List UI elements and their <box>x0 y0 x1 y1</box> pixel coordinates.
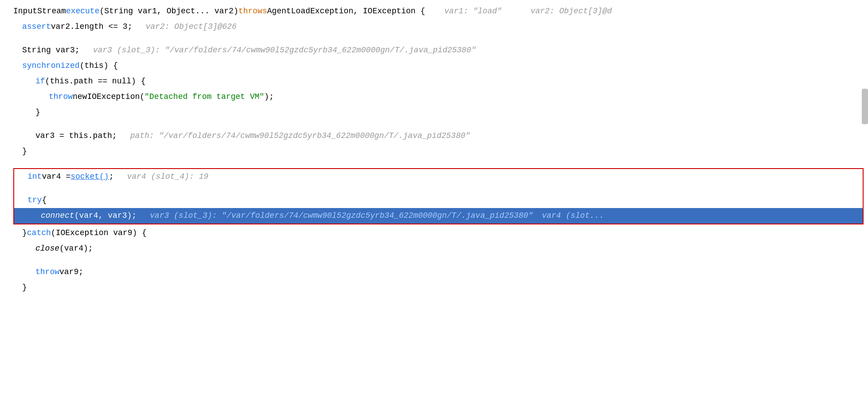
synchronized-code: (this) { <box>80 59 118 72</box>
method-name: execute <box>66 5 100 18</box>
connect-method: connect <box>41 209 74 222</box>
line-throw-var9: throw var9; <box>9 264 868 280</box>
line-close-if: } <box>9 105 868 120</box>
var3-assign-hint: path: "/var/folders/74/cwmw90l52gzdc5yrb… <box>130 130 470 142</box>
spacer-5 <box>9 256 868 264</box>
var3-hint: var3 (slot_3): "/var/folders/74/cwmw90l5… <box>93 44 476 57</box>
spacer-1 <box>9 35 868 43</box>
if-code: (this.path == null) { <box>45 75 146 88</box>
var3-assign-code: var3 = this.path; <box>35 130 117 142</box>
spacer-2 <box>9 120 868 128</box>
line-var3-assign: var3 = this.path; path: "/var/folders/74… <box>9 128 868 144</box>
close-method: close <box>35 242 59 255</box>
connect-hint1: var3 (slot_3): "/var/folders/74/cwmw90l5… <box>150 209 533 222</box>
catch-code: (IOException var9) { <box>51 227 147 240</box>
new-kw: new <box>73 90 87 103</box>
exception-close: ); <box>264 90 274 103</box>
line-header: InputStream execute (String var1, Object… <box>9 4 868 19</box>
catch-close-brace: } <box>22 227 27 240</box>
exception-string: "Detached from target VM" <box>145 90 264 103</box>
string-type: String var3; <box>22 44 80 57</box>
close-if-brace: } <box>35 106 40 119</box>
code-content: InputStream execute (String var1, Object… <box>0 0 868 299</box>
spacer-3 <box>9 159 868 167</box>
var4-hint: var4 (slot_4): 19 <box>127 170 208 183</box>
exception-class: IOException( <box>87 90 145 103</box>
line-close-var4: close (var4); <box>9 241 868 256</box>
close-code: (var4); <box>59 242 93 255</box>
throw-kw: throw <box>49 90 73 103</box>
line-close-sync: } <box>9 144 868 159</box>
assert-code: var2.length <= 3; <box>51 20 133 33</box>
spacer-4 <box>14 185 863 193</box>
assert-kw: assert <box>22 20 51 33</box>
var4-code2: ; <box>109 170 114 183</box>
scrollbar[interactable] <box>862 89 868 124</box>
throw-var9-kw: throw <box>35 266 59 279</box>
close-sync-brace: } <box>22 145 27 158</box>
return-type: InputStream <box>13 5 66 18</box>
throws-kw: throws <box>239 5 267 18</box>
var4-code1: var4 = <box>42 170 70 183</box>
connect-hint2: var4 (slot... <box>542 209 604 222</box>
exceptions: AgentLoadException, IOException { <box>267 5 425 18</box>
line-synchronized: synchronized (this) { <box>9 58 868 74</box>
line-assert: assert var2.length <= 3; var2: Object[3]… <box>9 19 868 35</box>
line-string-var3: String var3; var3 (slot_3): "/var/folder… <box>9 43 868 58</box>
line-if: if (this.path == null) { <box>9 74 868 89</box>
catch-kw: catch <box>27 227 51 240</box>
close-catch-brace: } <box>22 281 27 294</box>
params: (String var1, Object... var2) <box>99 5 238 18</box>
throw-var9-code: var9; <box>59 266 83 279</box>
int-kw: int <box>27 170 42 183</box>
connect-code: (var4, var3); <box>74 209 137 222</box>
code-container: InputStream execute (String var1, Object… <box>0 0 868 393</box>
socket-link[interactable]: socket() <box>70 170 109 183</box>
line-close-catch: } <box>9 280 868 295</box>
line-throw-new: throw new IOException( "Detached from ta… <box>9 89 868 105</box>
line-connect: connect (var4, var3); var3 (slot_3): "/v… <box>14 208 863 224</box>
synchronized-kw: synchronized <box>22 59 80 72</box>
try-kw: try <box>27 194 42 207</box>
line-catch: } catch (IOException var9) { <box>9 225 868 241</box>
try-brace: { <box>42 194 47 207</box>
if-kw: if <box>35 75 45 88</box>
red-box: int var4 = socket() ; var4 (slot_4): 19 … <box>13 168 864 224</box>
line-try: try { <box>14 193 863 208</box>
header-hint1: var1: "load" var2: Object[3]@d <box>425 5 612 18</box>
line-int-var4: int var4 = socket() ; var4 (slot_4): 19 <box>14 169 863 185</box>
assert-hint: var2: Object[3]@626 <box>145 20 236 33</box>
